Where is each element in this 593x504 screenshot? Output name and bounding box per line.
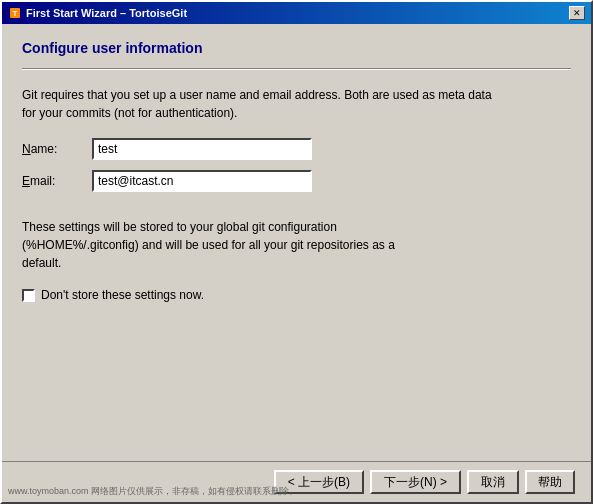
next-button[interactable]: 下一步(N) > (370, 470, 461, 494)
name-row: Name: (22, 138, 571, 160)
title-bar-left: T First Start Wizard – TortoiseGit (8, 6, 187, 20)
form-area: Name: Email: (22, 138, 571, 202)
spacer (22, 318, 571, 445)
dont-store-label-text: Don't store these settings now. (41, 288, 204, 302)
watermark: www.toymoban.com 网络图片仅供展示，非存稿，如有侵权请联系删除。 (8, 485, 298, 498)
email-row: Email: (22, 170, 571, 192)
cancel-button[interactable]: 取消 (467, 470, 519, 494)
email-input[interactable] (92, 170, 312, 192)
dont-store-checkbox[interactable] (22, 289, 35, 302)
window-title: First Start Wizard – TortoiseGit (26, 7, 187, 19)
help-button[interactable]: 帮助 (525, 470, 575, 494)
checkbox-row: Don't store these settings now. (22, 288, 571, 302)
title-bar-buttons: ✕ (569, 6, 585, 20)
email-label-text: Email: (22, 174, 55, 188)
main-window: T First Start Wizard – TortoiseGit ✕ Con… (0, 0, 593, 504)
name-label-text: Name: (22, 142, 57, 156)
email-label: Email: (22, 174, 92, 188)
divider (22, 68, 571, 70)
name-label: Name: (22, 142, 92, 156)
title-bar: T First Start Wizard – TortoiseGit ✕ (2, 2, 591, 24)
page-title: Configure user information (22, 40, 571, 56)
name-input[interactable] (92, 138, 312, 160)
app-icon: T (8, 6, 22, 20)
close-button[interactable]: ✕ (569, 6, 585, 20)
content-area: Configure user information Git requires … (2, 24, 591, 461)
bottom-buttons: < 上一步(B) 下一步(N) > 取消 帮助 (274, 470, 575, 494)
svg-text:T: T (13, 9, 18, 18)
settings-text: These settings will be stored to your gl… (22, 218, 502, 272)
description-text: Git requires that you set up a user name… (22, 86, 502, 122)
dont-store-label: Don't store these settings now. (41, 288, 204, 302)
